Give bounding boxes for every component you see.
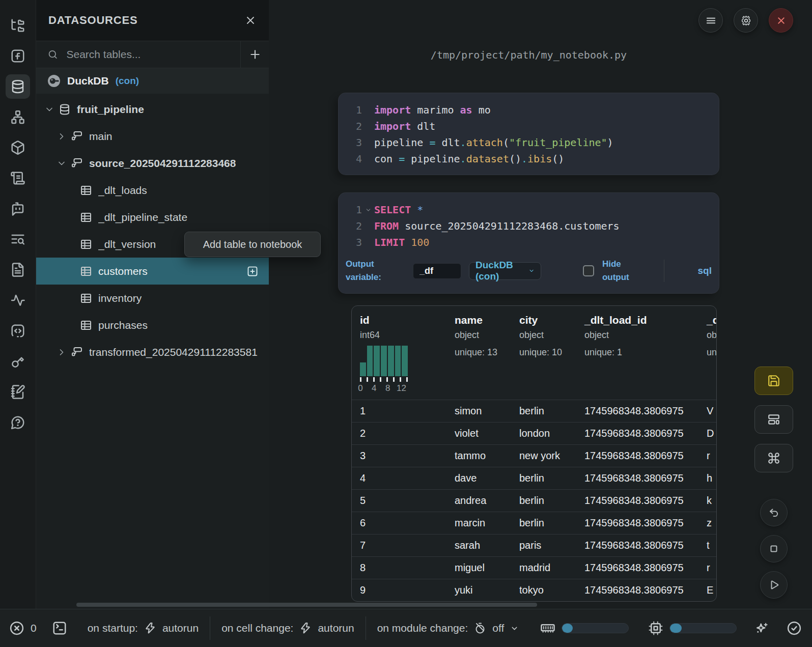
code-line[interactable]: 3LIMIT 100	[339, 234, 719, 250]
datasource-tree: fruit_pipelinemainsource_202504291112283…	[36, 94, 269, 365]
search-tables-input[interactable]	[66, 48, 229, 61]
datasources-header: DATASOURCES	[36, 0, 269, 41]
table-cell: new york	[511, 450, 576, 462]
undo-icon	[768, 507, 780, 519]
add-table-button[interactable]	[246, 265, 259, 277]
stop-button[interactable]	[760, 535, 788, 562]
table-row: 3tammonew york1745968348.3806975r	[352, 444, 716, 467]
horizontal-scrollbar-thumb[interactable]	[76, 603, 537, 607]
on-startup-toggle[interactable]: on startup: autorun	[88, 622, 199, 634]
activity-bot-chat-button[interactable]	[6, 196, 30, 221]
error-indicator[interactable]: 0	[9, 621, 37, 636]
activity-function-button[interactable]	[6, 44, 30, 68]
column-header-name[interactable]: nameobjectunique: 13	[446, 314, 511, 393]
activity-icon	[10, 293, 25, 308]
query-result-table: idint6404812nameobjectunique: 13cityobje…	[351, 305, 717, 602]
on-cell-change-toggle[interactable]: on cell change: autorun	[221, 622, 354, 634]
cpu-meter-fill	[670, 624, 682, 633]
activity-activity-button[interactable]	[6, 288, 30, 313]
activity-package-button[interactable]	[6, 135, 30, 160]
column-header-city[interactable]: cityobjectunique: 10	[511, 314, 576, 393]
table-cell: berlin	[511, 405, 576, 417]
activity-help-button[interactable]	[6, 410, 30, 435]
marimo-app: DATASOURCES	[0, 0, 812, 647]
code-line[interactable]: 2FROM source_202504291112283468.customer…	[339, 218, 719, 234]
code-block-icon	[10, 323, 25, 339]
code-line[interactable]: 1import marimo as mo	[339, 102, 719, 118]
activity-database-button[interactable]	[6, 74, 30, 99]
tree-item-purchases[interactable]: purchases	[36, 312, 269, 339]
chevron-down-icon[interactable]	[44, 104, 54, 115]
table-cell: 1745968348.3806975	[576, 405, 698, 417]
tree-item-transformed_202504291112283581[interactable]: transformed_202504291112283581	[36, 339, 269, 365]
engine-select[interactable]: DuckDB (con)	[469, 262, 541, 280]
column-header-id[interactable]: idint6404812	[352, 314, 446, 393]
table-cell: sarah	[446, 540, 511, 551]
activity-notebook-pen-button[interactable]	[6, 380, 30, 404]
tree-item-_dlt_loads[interactable]: _dlt_loads	[36, 177, 269, 204]
search-box	[36, 41, 240, 68]
hide-output-checkbox[interactable]	[583, 265, 594, 276]
connected-check-button[interactable]	[787, 621, 802, 636]
sql-language-badge[interactable]: sql	[698, 265, 712, 276]
close-panel-button[interactable]	[244, 14, 257, 26]
tree-item-label: source_202504291112283468	[89, 157, 236, 170]
activity-file-text-button[interactable]	[6, 258, 30, 282]
add-datasource-button[interactable]	[240, 41, 269, 68]
run-button[interactable]	[760, 571, 788, 599]
chevron-right-icon[interactable]	[57, 347, 67, 357]
sql-editor[interactable]: 1SELECT *2FROM source_202504291112283468…	[339, 202, 719, 250]
chev-right	[57, 347, 67, 357]
menu-button[interactable]	[698, 8, 723, 33]
notebook-path: /tmp/project/path/my_notebook.py	[339, 49, 719, 61]
shortcuts-button[interactable]	[754, 444, 793, 472]
chevron-down-icon[interactable]	[57, 158, 67, 168]
tree-item-customers[interactable]: customers	[36, 258, 269, 285]
output-variable-input[interactable]	[413, 263, 461, 279]
close-icon	[244, 14, 257, 26]
activity-code-block-button[interactable]	[6, 319, 30, 343]
shutdown-button[interactable]	[769, 8, 793, 33]
table-header: idint6404812nameobjectunique: 13cityobje…	[352, 306, 716, 400]
column-header-_dlt_load_id[interactable]: _dlt_load_idobjectunique: 1	[576, 314, 698, 393]
ai-button[interactable]	[754, 621, 802, 636]
chevron-right-icon[interactable]	[57, 131, 67, 142]
settings-button[interactable]	[734, 8, 758, 33]
sql-cell[interactable]: 1SELECT *2FROM source_202504291112283468…	[339, 193, 719, 293]
floppy-icon	[767, 374, 780, 387]
activity-network-button[interactable]	[6, 105, 30, 129]
on-module-change-toggle[interactable]: on module change: off	[377, 622, 519, 634]
code-line[interactable]: 3pipeline = dlt.attach("fruit_pipeline")	[339, 134, 719, 151]
table-cell: 6	[352, 517, 446, 529]
python-cell[interactable]: 1import marimo as mo2import dlt3pipeline…	[339, 93, 719, 175]
activity-log-search-button[interactable]	[6, 227, 30, 251]
code-line[interactable]: 1SELECT *	[339, 202, 719, 218]
layout-button[interactable]	[754, 405, 793, 434]
tree-item-source_202504291112283468[interactable]: source_202504291112283468	[36, 150, 269, 177]
table-cell: berlin	[511, 495, 576, 507]
sparkles-icon	[754, 621, 769, 636]
duckdb-connection-row[interactable]: DuckDB (con)	[36, 68, 269, 94]
tree-item-_dlt_pipeline_state[interactable]: _dlt_pipeline_state	[36, 204, 269, 231]
tree-item-fruit_pipeline[interactable]: fruit_pipeline	[36, 96, 269, 123]
activity-key-button[interactable]	[6, 349, 30, 374]
code-line[interactable]: 4con = pipeline.dataset().ibis()	[339, 151, 719, 167]
save-button[interactable]	[754, 367, 793, 395]
table-cell: tokyo	[511, 584, 576, 596]
tree-item-main[interactable]: main	[36, 123, 269, 150]
table-row: 8miguelmadrid1745968348.3806975r	[352, 556, 716, 579]
terminal-button[interactable]	[52, 621, 67, 636]
terminal-icon	[52, 621, 67, 636]
activity-file-tree-button[interactable]	[6, 13, 30, 38]
code-line[interactable]: 2import dlt	[339, 118, 719, 134]
table-cell: 9	[352, 584, 446, 596]
engine-select-value: DuckDB (con)	[475, 260, 524, 282]
column-header-_dlt_id[interactable]: _dlt_idobjectunique:	[698, 314, 717, 393]
fold-chevron-icon[interactable]	[362, 207, 374, 213]
table-cell: 7	[352, 540, 446, 551]
undo-button[interactable]	[760, 499, 788, 526]
table-icon	[80, 211, 92, 223]
activity-scroll-button[interactable]	[6, 166, 30, 190]
key-icon	[10, 354, 25, 369]
tree-item-inventory[interactable]: inventory	[36, 285, 269, 312]
